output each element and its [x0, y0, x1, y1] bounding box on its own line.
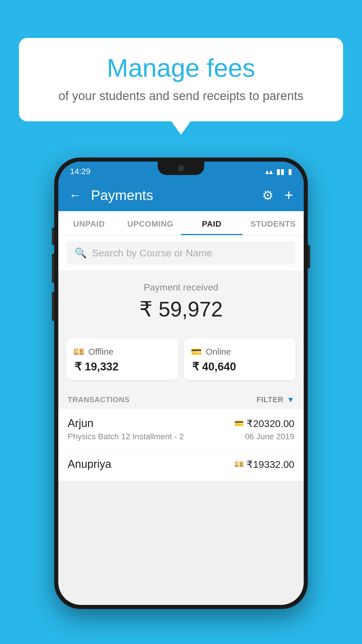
bubble-subtitle: of your students and send receipts to pa…: [36, 88, 326, 104]
transaction-amount-row: 💴 ₹19332.00: [234, 459, 294, 470]
offline-label: Offline: [88, 347, 113, 357]
tab-paid[interactable]: PAID: [181, 211, 242, 235]
offline-payment-icon: 💴: [234, 460, 244, 469]
online-amount: ₹ 40,640: [191, 360, 289, 373]
battery-icon: ▮: [288, 167, 292, 176]
tab-upcoming[interactable]: UPCOMING: [120, 211, 181, 235]
transaction-name: Anupriya: [68, 458, 111, 470]
settings-icon[interactable]: ⚙: [262, 188, 273, 203]
search-input[interactable]: Search by Course or Name: [92, 247, 212, 259]
offline-card: 💴 Offline ₹ 19,332: [66, 338, 178, 380]
payment-cards: 💴 Offline ₹ 19,332 💳 Online ₹ 40,640: [58, 338, 304, 388]
online-label: Online: [206, 347, 231, 357]
status-icons: ▴▴ ▮▮ ▮: [265, 167, 292, 176]
search-container: 🔍 Search by Course or Name: [58, 235, 304, 270]
transaction-date: 06 June 2019: [245, 432, 294, 441]
transaction-item-anupriya[interactable]: Anupriya 💴 ₹19332.00: [58, 450, 304, 481]
tabs-bar: UNPAID UPCOMING PAID STUDENTS: [58, 211, 304, 235]
phone-frame: 14:29 ▴▴ ▮▮ ▮ ← Payments ⚙ + UNPAID: [54, 158, 308, 609]
payment-total-amount: ₹ 59,972: [58, 297, 304, 321]
filter-label: FILTER: [256, 395, 283, 404]
phone-screen: 14:29 ▴▴ ▮▮ ▮ ← Payments ⚙ + UNPAID: [58, 162, 304, 605]
transactions-header: TRANSACTIONS FILTER ▼: [58, 388, 304, 409]
online-payment-icon: 💳: [234, 419, 244, 428]
transaction-amount: ₹19332.00: [247, 459, 294, 470]
filter-icon: ▼: [287, 395, 294, 404]
wifi-icon: ▴▴: [265, 167, 273, 176]
phone-mockup: 14:29 ▴▴ ▮▮ ▮ ← Payments ⚙ + UNPAID: [54, 158, 308, 609]
power-button: [308, 245, 310, 268]
front-camera: [178, 165, 184, 172]
tab-students[interactable]: STUDENTS: [242, 211, 304, 235]
transaction-amount: ₹20320.00: [247, 418, 294, 429]
app-header: ← Payments ⚙ +: [58, 179, 304, 211]
add-button[interactable]: +: [284, 186, 293, 204]
transaction-name: Arjun: [68, 417, 94, 430]
online-icon: 💳: [191, 346, 202, 357]
phone-notch: [158, 162, 204, 175]
transaction-amount-row: 💳 ₹20320.00: [234, 418, 294, 429]
filter-row[interactable]: FILTER ▼: [256, 395, 294, 404]
transactions-label: TRANSACTIONS: [68, 395, 130, 404]
back-button[interactable]: ←: [69, 188, 82, 202]
search-box[interactable]: 🔍 Search by Course or Name: [66, 241, 296, 265]
offline-amount: ₹ 19,332: [73, 360, 171, 373]
offline-icon: 💴: [73, 346, 84, 357]
online-card: 💳 Online ₹ 40,640: [184, 338, 296, 380]
signal-icon: ▮▮: [276, 167, 284, 176]
transaction-item-arjun[interactable]: Arjun 💳 ₹20320.00 Physics Batch 12 Insta…: [58, 409, 304, 450]
volume-up-button: [52, 254, 54, 283]
page-title: Payments: [91, 187, 255, 203]
transaction-course: Physics Batch 12 Installment - 2: [68, 432, 184, 441]
tab-unpaid[interactable]: UNPAID: [58, 211, 120, 235]
bubble-title: Manage fees: [36, 54, 326, 82]
volume-down-button: [52, 292, 54, 321]
payment-summary: Payment received ₹ 59,972: [58, 270, 304, 338]
volume-mute-button: [52, 228, 54, 245]
transactions-list: Arjun 💳 ₹20320.00 Physics Batch 12 Insta…: [58, 409, 304, 481]
speech-bubble: Manage fees of your students and send re…: [19, 38, 343, 121]
search-icon: 🔍: [75, 247, 87, 259]
payment-received-label: Payment received: [58, 282, 304, 293]
